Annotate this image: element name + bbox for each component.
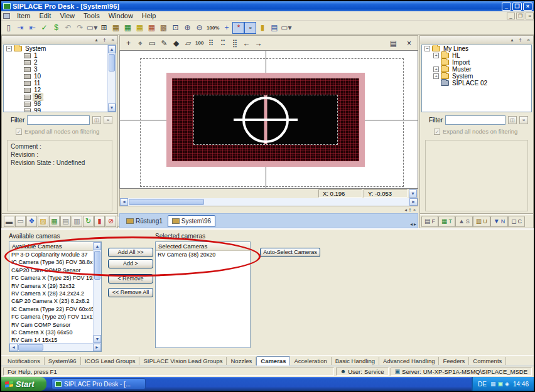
taskbar-item-siplace[interactable]: SIPLACE Pro Desk - [...: [51, 378, 146, 389]
component-view-icon[interactable]: ▬: [4, 216, 14, 227]
tree-item-import[interactable]: Import: [422, 59, 531, 66]
tree-item-99[interactable]: 99: [4, 107, 116, 112]
tab-system-96[interactable]: System\96: [168, 215, 215, 227]
scroll-left-icon[interactable]: ◄: [120, 198, 128, 206]
remove-button[interactable]: < Remove: [108, 274, 153, 283]
language-indicator[interactable]: DE: [478, 381, 487, 388]
remove-all-button[interactable]: << Remove All: [108, 288, 153, 297]
grid-coarse-icon[interactable]: ⣿: [229, 37, 240, 49]
tree-root-system[interactable]: − System: [4, 45, 116, 52]
scroll-thumb[interactable]: [129, 199, 204, 205]
scroll-up-icon[interactable]: ▲: [94, 242, 101, 250]
camera-list-item[interactable]: IC Camera X (33) 66x50: [9, 329, 101, 336]
filter-clear-button[interactable]: ×: [519, 116, 528, 124]
next-icon[interactable]: →: [252, 37, 264, 49]
tree-item-11[interactable]: 11: [4, 80, 116, 87]
filter-clear-button[interactable]: ×: [104, 116, 112, 124]
camera-list-item[interactable]: RV Cam 14 15x15: [9, 336, 101, 343]
edit-setup-icon[interactable]: ▨: [38, 216, 48, 227]
menu-edit[interactable]: Edit: [35, 12, 55, 19]
machine-copy-icon[interactable]: ▦: [134, 22, 146, 34]
close-view-icon[interactable]: ×: [403, 37, 415, 49]
zoom-out-icon[interactable]: ⊖: [193, 22, 205, 34]
dock-close-icon[interactable]: ×: [413, 208, 416, 212]
canvas-hscrollbar[interactable]: ◄ ►: [119, 198, 418, 206]
expand-icon[interactable]: +: [433, 53, 439, 58]
tab-acceleration[interactable]: Acceleration: [290, 357, 331, 365]
menu-help[interactable]: Help: [138, 12, 161, 19]
tab-nozzles[interactable]: Nozzles: [227, 357, 256, 365]
expand-nodes-checkbox[interactable]: ✓: [434, 129, 440, 135]
component-canvas[interactable]: [119, 50, 418, 189]
expand-icon[interactable]: +: [433, 66, 439, 72]
collapse-icon[interactable]: −: [424, 46, 430, 51]
dock-up-icon[interactable]: ▴: [93, 37, 100, 43]
tab-siplace-vision-lead-groups[interactable]: SIPLACE Vision Lead Groups: [139, 357, 227, 365]
tab-icos-lead-groups[interactable]: ICOS Lead Groups: [81, 357, 140, 365]
select-icon[interactable]: ⌖: [134, 37, 146, 49]
scroll-down-icon[interactable]: ▼: [409, 189, 417, 198]
available-cameras-list[interactable]: Available Cameras PP 3-D Coplanarity Mod…: [9, 241, 102, 352]
collapse-icon[interactable]: −: [6, 46, 12, 51]
pan-icon[interactable]: +: [220, 22, 232, 34]
grid-medium-icon[interactable]: ⠭: [217, 37, 229, 49]
list-hscrollbar[interactable]: ◄ ►: [9, 343, 101, 351]
grid-fine-icon[interactable]: ⠿: [205, 37, 217, 49]
scale-100-icon[interactable]: 100: [194, 37, 205, 49]
filter-input[interactable]: [445, 115, 505, 125]
export-icon[interactable]: ⇤: [26, 22, 38, 34]
tray-volume-icon[interactable]: ◈: [505, 381, 509, 387]
measure-dropdown-icon[interactable]: ▭▾: [280, 22, 292, 34]
tab-comments[interactable]: Comments: [469, 357, 506, 365]
camera-list-item[interactable]: FC Camera X (Type 25) FOV 19x19: [9, 274, 101, 282]
dock-up-icon[interactable]: ▴: [509, 37, 516, 43]
save-setup-icon[interactable]: ▦: [49, 216, 60, 227]
dock-pin-icon[interactable]: †: [517, 37, 524, 43]
page-icon[interactable]: ▱: [182, 37, 194, 49]
side-tab-nozzles[interactable]: ▼ N: [490, 216, 508, 227]
zoom-in-icon[interactable]: ⊕: [181, 22, 193, 34]
menu-window[interactable]: Window: [104, 12, 138, 19]
dock-pin-icon[interactable]: †: [409, 208, 411, 212]
mdi-minimize-button[interactable]: _: [507, 13, 515, 19]
origin-marker-icon[interactable]: *: [232, 22, 244, 34]
menu-item[interactable]: Item: [13, 12, 35, 19]
scroll-thumb[interactable]: [94, 251, 100, 280]
selected-cameras-list[interactable]: Selected Cameras RV Camera (38) 20x20: [155, 241, 251, 348]
tree-item-muster[interactable]: + Muster: [422, 66, 531, 73]
tree-item-10[interactable]: 10: [4, 73, 116, 80]
fill-icon[interactable]: ◆: [170, 37, 182, 49]
list-vscrollbar[interactable]: ▲ ▼: [93, 242, 101, 343]
tab-feeders[interactable]: Feeders: [439, 357, 469, 365]
tree-item-2[interactable]: 2: [4, 59, 116, 66]
machine-wizard-icon[interactable]: ▩: [158, 22, 170, 34]
calculator-icon[interactable]: ▤: [268, 22, 280, 34]
scroll-thumb[interactable]: [18, 344, 43, 351]
filter-input[interactable]: [27, 115, 90, 125]
side-tab-cameras[interactable]: ◻ C: [508, 216, 525, 227]
zoom-100-icon[interactable]: 100%: [205, 22, 220, 34]
undo-icon[interactable]: ↶: [62, 22, 74, 34]
filter-apply-button[interactable]: ◫: [508, 116, 517, 124]
tree-item-system[interactable]: + System: [422, 73, 531, 80]
tab-cameras[interactable]: Cameras: [256, 356, 290, 366]
cost-icon[interactable]: $: [50, 22, 62, 34]
tray-network-icon[interactable]: ▦: [490, 381, 496, 387]
mdi-restore-button[interactable]: ❐: [516, 13, 524, 19]
tray-app-icon[interactable]: ▣: [498, 381, 504, 387]
camera-list-item[interactable]: IC Camera (Type 36) FOV 38.8x38.8: [9, 258, 101, 266]
camera-list-item[interactable]: IC Camera (Type 22) FOV 60x45: [9, 305, 101, 313]
scroll-down-icon[interactable]: ▼: [94, 335, 101, 343]
scroll-down-icon[interactable]: ▼: [108, 103, 116, 112]
machine-delete-icon[interactable]: ▦: [146, 22, 158, 34]
machine-edit-icon[interactable]: ▦: [110, 22, 122, 34]
restore-button[interactable]: ❐: [512, 3, 522, 11]
frame-icon[interactable]: ▫: [244, 22, 256, 34]
minimize-button[interactable]: _: [502, 3, 511, 11]
machine-add-icon[interactable]: ▦: [122, 22, 134, 34]
tree-item-1[interactable]: 1: [4, 52, 116, 59]
forbidden-icon[interactable]: ⊘: [105, 216, 116, 227]
print-icon[interactable]: ▤: [387, 37, 399, 49]
close-button[interactable]: ×: [523, 3, 532, 11]
add-button[interactable]: Add >: [108, 259, 153, 268]
